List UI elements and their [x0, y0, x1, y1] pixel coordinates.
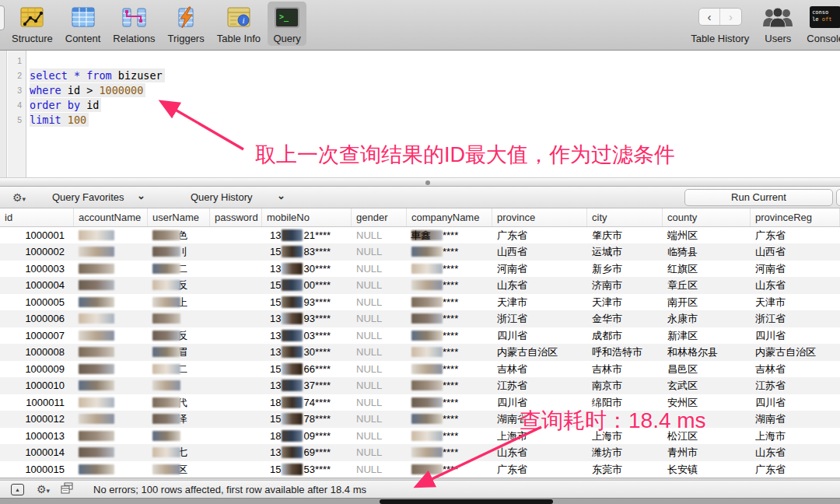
cell-mobileNo: 1874****	[262, 394, 352, 411]
cell-city: 济南市	[587, 277, 663, 293]
cutoff-toolbar-button[interactable]	[0, 5, 5, 30]
pane-toggle-icon[interactable]: ▲	[11, 484, 24, 495]
table-row[interactable]: 1000007反1303****NULL****四川省成都市新津区四川省	[0, 327, 840, 344]
cell-accountName	[74, 344, 148, 360]
cell-accountName	[74, 277, 148, 293]
column-header-gender[interactable]: gender	[352, 208, 407, 226]
column-header-mobileNo[interactable]: mobileNo	[262, 208, 352, 226]
column-header-password[interactable]: password	[210, 208, 262, 226]
redacted-blur	[79, 313, 114, 324]
toolbar-tab-query[interactable]: >_Query	[268, 2, 306, 46]
cell-county: 长安镇	[663, 461, 751, 478]
cell-userName: 色	[148, 227, 210, 243]
table-history-control: ‹ › Table History	[685, 2, 754, 46]
column-header-provinceReg[interactable]: provinceReg	[751, 208, 840, 226]
column-header-province[interactable]: province	[492, 208, 587, 226]
sql-line[interactable]: select * from bizuser	[30, 68, 165, 83]
cell-id: 1000001	[0, 227, 74, 243]
query-history-chevron-icon[interactable]: ⌄	[277, 190, 285, 201]
table-row[interactable]: 1000009二1566****NULL****吉林省吉林市昌邑区吉林省	[0, 361, 840, 377]
column-header-city[interactable]: city	[587, 208, 663, 226]
cell-county: 青州市	[663, 444, 751, 460]
sql-line[interactable]: where id > 1000000	[30, 83, 165, 98]
toolbar-tab-structure[interactable]: Structure	[6, 2, 58, 46]
table-row[interactable]: 1000015区1553****NULL****广东省东莞市长安镇广东省	[0, 461, 840, 478]
status-gear-menu[interactable]: ⚙▾	[37, 482, 50, 496]
toolbar-tab-label: Structure	[12, 33, 53, 44]
table-row[interactable]: 1000004反1500****NULL****山东省济南市章丘区山东省	[0, 277, 840, 293]
cell-mobileNo: 1583****	[262, 243, 352, 260]
sql-line[interactable]: order by id	[30, 98, 165, 113]
column-header-companyName[interactable]: companyName	[407, 208, 492, 226]
query-favorites-menu[interactable]: Query Favorites	[52, 191, 124, 203]
query-history-menu[interactable]: Query History	[191, 191, 252, 203]
cell-accountName	[74, 377, 148, 394]
cell-companyName: ****	[407, 344, 492, 360]
results-header-row[interactable]: idaccountNameuserNamepasswordmobileNogen…	[0, 208, 840, 227]
toolbar-tab-triggers[interactable]: Triggers	[163, 2, 210, 46]
table-row[interactable]: 1000011代1874****NULL****四川省绵阳市安州区四川省	[0, 394, 840, 411]
column-header-userName[interactable]: userName	[148, 208, 210, 226]
cell-id: 1000015	[0, 461, 74, 478]
cell-city: 吉林市	[587, 361, 663, 377]
history-back-icon[interactable]: ‹	[699, 9, 721, 25]
query-favorites-chevron-icon[interactable]: ⌄	[137, 190, 145, 201]
toolbar-tab-content[interactable]: Content	[60, 2, 107, 46]
query-gear-menu[interactable]: ⚙▾	[12, 191, 26, 205]
table-row[interactable]: 1000008眉1330****NULL****内蒙古自治区呼和浩特市和林格尔县…	[0, 344, 840, 360]
table-row[interactable]: 1000001色1321****NULL****車鑫广东省肇庆市端州区广东省	[0, 227, 840, 243]
cell-id: 1000005	[0, 294, 74, 310]
sql-line[interactable]: limit 100	[30, 113, 165, 128]
bottom-scrollbar-thumb[interactable]	[380, 499, 553, 504]
cell-companyName: ****	[407, 277, 492, 293]
bottom-scrollbar-track[interactable]	[0, 498, 840, 504]
redacted-blur	[79, 364, 114, 374]
table-row[interactable]: 1000014七1369****NULL****山东省潍坊市青州市山东省	[0, 444, 840, 460]
table-row[interactable]: 10000101337****NULL****江苏省南京市玄武区江苏省	[0, 377, 840, 394]
cell-mobileNo: 1330****	[262, 261, 352, 277]
redacted-blur	[152, 264, 180, 274]
table-row[interactable]: 10000131809****NULL****上海市上海市松江区上海市	[0, 428, 840, 444]
history-forward-icon[interactable]: ›	[720, 9, 741, 25]
content-icon	[70, 4, 96, 32]
sql-code[interactable]: select * from bizuserwhere id > 1000000o…	[30, 54, 165, 128]
redacted-blur	[152, 297, 180, 307]
copy-rows-icon[interactable]	[61, 482, 73, 497]
cell-password	[210, 394, 262, 411]
sql-line[interactable]	[30, 54, 165, 68]
table-row[interactable]: 10000061393****NULL****浙江省金华市永康市浙江省	[0, 310, 840, 327]
cell-userName: 二	[148, 261, 210, 277]
table-row[interactable]: 1000002刂1583****NULL****山西省运城市临猗县山西省	[0, 243, 840, 260]
toolbar-tab-table-info[interactable]: iTable Info	[212, 2, 266, 46]
column-header-accountName[interactable]: accountName	[74, 208, 148, 226]
cell-province: 四川省	[492, 327, 587, 344]
console-button[interactable]: conso le oft Console	[801, 2, 840, 46]
relations-icon	[120, 4, 148, 32]
redacted-blur	[282, 380, 303, 391]
table-row[interactable]: 1000012泽1578****NULL****湖南省湖南省	[0, 411, 840, 427]
redacted-blur	[282, 413, 303, 425]
redacted-blur	[282, 330, 303, 341]
table-row[interactable]: 1000003二1330****NULL****河南省新乡市红旗区河南省	[0, 261, 840, 277]
users-button[interactable]: Users	[756, 2, 800, 46]
cell-provinceReg: 天津市	[751, 294, 840, 310]
cell-county: 章丘区	[663, 277, 751, 293]
column-header-county[interactable]: county	[663, 208, 751, 226]
run-options-button[interactable]	[836, 189, 840, 206]
table-row[interactable]: 1000005上1593****NULL****天津市天津市南开区天津市	[0, 294, 840, 310]
redacted-blur	[152, 313, 180, 324]
column-header-id[interactable]: id	[0, 208, 74, 226]
cell-mobileNo: 1337****	[262, 377, 352, 394]
cell-city: 潍坊市	[587, 444, 663, 460]
redacted-blur	[282, 430, 303, 442]
split-divider[interactable]	[0, 177, 840, 187]
divider-handle-icon[interactable]	[425, 180, 430, 185]
cell-id: 1000004	[0, 277, 74, 293]
cell-mobileNo: 1553****	[262, 461, 352, 478]
cell-provinceReg: 湖南省	[751, 411, 840, 427]
cell-userName: 反	[148, 327, 210, 344]
toolbar-tab-relations[interactable]: Relations	[107, 2, 160, 46]
redacted-blur	[79, 431, 114, 441]
structure-icon	[18, 4, 46, 32]
run-current-button[interactable]: Run Current	[684, 189, 833, 206]
